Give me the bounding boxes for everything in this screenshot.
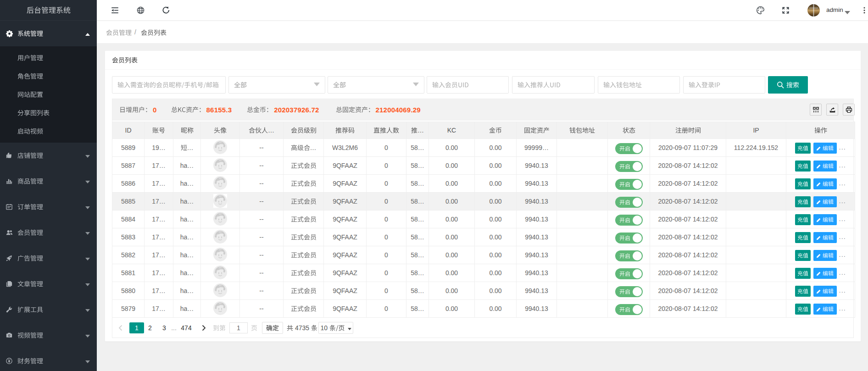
svg-text:***: *** bbox=[219, 303, 222, 305]
svg-text:***: *** bbox=[219, 178, 222, 180]
svg-text:***: *** bbox=[219, 285, 222, 288]
svg-text:***: *** bbox=[219, 160, 222, 162]
svg-text:***: *** bbox=[219, 267, 222, 270]
svg-text:***: *** bbox=[219, 142, 222, 144]
svg-text:***: *** bbox=[219, 214, 222, 216]
svg-text:***: *** bbox=[219, 249, 222, 252]
svg-text:***: *** bbox=[219, 232, 222, 234]
svg-text:***: *** bbox=[219, 196, 222, 198]
